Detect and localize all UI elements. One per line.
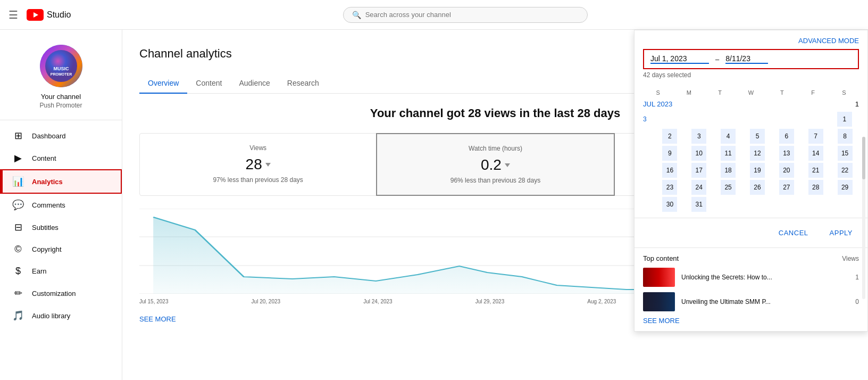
copyright-icon: © xyxy=(13,244,23,255)
cal-day-18[interactable]: 18 xyxy=(721,163,736,178)
cal-empty-4-3 xyxy=(750,197,765,212)
tab-audience[interactable]: Audience xyxy=(230,73,278,94)
cal-day-10[interactable]: 10 xyxy=(691,146,706,161)
avatar-image: MUSIC PROMOTER xyxy=(45,50,77,82)
cal-week-1: 2345678 xyxy=(643,128,859,144)
cal-day-7[interactable]: 7 xyxy=(808,129,823,144)
cancel-button[interactable]: CANCEL xyxy=(772,225,815,241)
start-date-input[interactable] xyxy=(650,54,709,64)
cal-week-4-grid: 23242526272829 xyxy=(656,179,859,195)
tab-overview[interactable]: Overview xyxy=(139,73,187,94)
cal-day-17[interactable]: 17 xyxy=(691,163,706,178)
logo[interactable]: Studio xyxy=(27,9,71,21)
cal-day-6[interactable]: 6 xyxy=(779,129,794,144)
cal-day-25[interactable]: 25 xyxy=(721,180,736,195)
views-sub: 97% less than previous 28 days xyxy=(153,176,363,184)
x-label-5: Aug 2, 2023 xyxy=(587,299,616,304)
cal-empty-4-5 xyxy=(808,197,823,212)
thumb-1-inner xyxy=(643,268,675,287)
comments-label: Comments xyxy=(32,201,109,209)
cal-day-23[interactable]: 23 xyxy=(662,180,677,195)
cal-day-9[interactable]: 9 xyxy=(662,146,677,161)
cal-week-3-grid: 16171819202122 xyxy=(656,162,859,178)
cal-week-3: 16171819202122 xyxy=(643,162,859,178)
advanced-mode-button[interactable]: ADVANCED MODE xyxy=(635,30,867,45)
cal-week-0-days: 1 xyxy=(651,111,859,127)
calendar: S M T W T F S JUL 2023 1 3 1 xyxy=(635,83,867,218)
search-icon: 🔍 xyxy=(352,11,361,19)
cal-day-15[interactable]: 15 xyxy=(838,146,853,161)
cal-day-empty-4 xyxy=(747,112,762,127)
studio-label: Studio xyxy=(47,10,71,20)
apply-button[interactable]: APPLY xyxy=(823,225,859,241)
watch-time-sub: 96% less than previous 28 days xyxy=(390,177,600,184)
sidebar-item-copyright[interactable]: © Copyright xyxy=(0,238,122,260)
cal-day-20[interactable]: 20 xyxy=(779,163,794,178)
top-content-header: Top content Views xyxy=(643,254,859,262)
metric-views: Views 28 97% less than previous 28 days xyxy=(140,134,377,195)
cal-day-29[interactable]: 29 xyxy=(838,180,853,195)
sidebar-item-audio-library[interactable]: 🎵 Audio library xyxy=(0,304,122,327)
sidebar-item-subtitles[interactable]: ⊟ Subtitles xyxy=(0,216,122,238)
cal-day-empty-1 xyxy=(658,112,673,127)
cal-day-13[interactable]: 13 xyxy=(779,146,794,161)
dashboard-icon: ⊞ xyxy=(13,130,23,142)
nav-items: ⊞ Dashboard ▶ Content 📊 Analytics 💬 Comm… xyxy=(0,120,122,331)
views-column-label: Views xyxy=(842,255,859,262)
cal-week-1-grid: 2345678 xyxy=(656,128,859,144)
svg-text:MUSIC: MUSIC xyxy=(53,66,69,71)
top-content-see-more[interactable]: SEE MORE xyxy=(643,317,859,325)
see-more-button[interactable]: SEE MORE xyxy=(139,315,176,323)
cal-day-31[interactable]: 31 xyxy=(691,197,706,212)
cal-day-16[interactable]: 16 xyxy=(662,163,677,178)
search-input[interactable] xyxy=(365,11,579,19)
cal-day-21[interactable]: 21 xyxy=(808,163,823,178)
cal-day-27[interactable]: 27 xyxy=(779,180,794,195)
cal-day-11[interactable]: 11 xyxy=(721,146,736,161)
topbar: ☰ Studio 🔍 xyxy=(0,0,868,30)
sidebar-item-content[interactable]: ▶ Content xyxy=(0,147,122,169)
cal-day-14[interactable]: 14 xyxy=(808,146,823,161)
cal-day-8[interactable]: 8 xyxy=(838,129,853,144)
sidebar-item-earn[interactable]: $ Earn xyxy=(0,260,122,282)
calendar-scrollbar-thumb[interactable] xyxy=(862,137,865,179)
views-arrow xyxy=(265,163,271,167)
content-title-1: Unlocking the Secrets: How to... xyxy=(681,274,788,281)
cal-day-1[interactable]: 1 xyxy=(837,112,852,127)
content-views-1: 1 xyxy=(855,274,859,281)
cal-day-3[interactable]: 3 xyxy=(691,129,706,144)
views-value: 28 xyxy=(153,156,363,173)
search-bar[interactable]: 🔍 xyxy=(343,7,588,23)
cal-day-12[interactable]: 12 xyxy=(750,146,765,161)
x-label-2: Jul 20, 2023 xyxy=(252,299,281,304)
cal-empty-4-4 xyxy=(779,197,794,212)
month-label: JUL 2023 xyxy=(643,100,672,108)
cal-day-28[interactable]: 28 xyxy=(808,180,823,195)
cal-day-30[interactable]: 30 xyxy=(662,197,677,212)
analytics-icon: 📊 xyxy=(13,176,23,187)
sidebar-item-dashboard[interactable]: ⊞ Dashboard xyxy=(0,125,122,147)
cal-day-19[interactable]: 19 xyxy=(750,163,765,178)
cal-day-26[interactable]: 26 xyxy=(750,180,765,195)
sidebar-item-comments[interactable]: 💬 Comments xyxy=(0,194,122,216)
end-date-input[interactable] xyxy=(725,54,768,64)
menu-icon[interactable]: ☰ xyxy=(9,9,18,21)
sidebar-item-analytics[interactable]: 📊 Analytics xyxy=(0,169,122,194)
cal-day-4[interactable]: 4 xyxy=(721,129,736,144)
cal-day-24[interactable]: 24 xyxy=(691,180,706,195)
sidebar-item-customization[interactable]: ✏ Customization xyxy=(0,282,122,304)
x-label-1: Jul 15, 2023 xyxy=(139,299,169,304)
cal-week-2: 9101112131415 xyxy=(643,145,859,161)
cal-day-5[interactable]: 5 xyxy=(750,129,765,144)
calendar-header: JUL 2023 1 xyxy=(643,100,859,108)
customization-label: Customization xyxy=(32,290,109,298)
top-content-label: Top content xyxy=(643,254,679,262)
audio-library-icon: 🎵 xyxy=(13,310,23,321)
tab-content[interactable]: Content xyxy=(187,73,230,94)
tab-research[interactable]: Research xyxy=(279,73,328,94)
youtube-icon xyxy=(27,9,44,21)
cal-day-empty-2 xyxy=(688,112,703,127)
channel-name: Your channel xyxy=(41,93,81,101)
cal-day-22[interactable]: 22 xyxy=(838,163,853,178)
cal-day-2[interactable]: 2 xyxy=(662,129,677,144)
